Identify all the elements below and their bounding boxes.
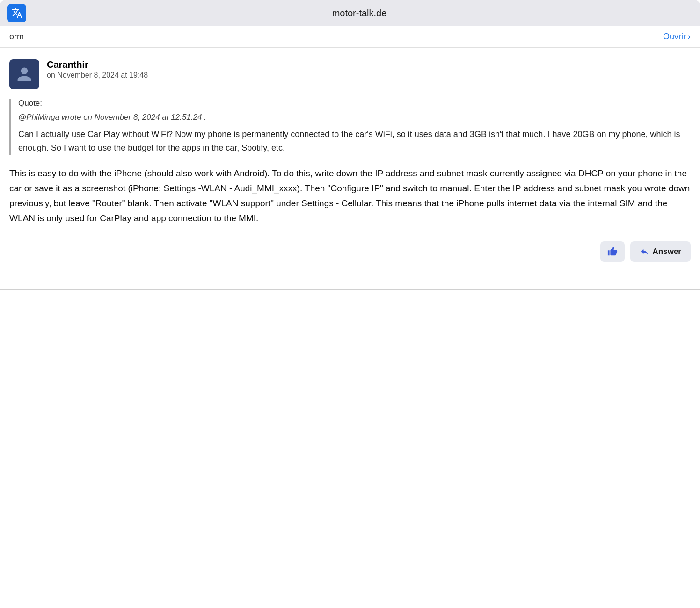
avatar: [9, 59, 39, 89]
post-author-info: Caranthir on November 8, 2024 at 19:48: [47, 59, 148, 80]
answer-button-label: Answer: [653, 247, 681, 256]
author-name: Caranthir: [47, 59, 148, 70]
post-date: on November 8, 2024 at 19:48: [47, 71, 148, 80]
sub-bar: orm Ouvrir ›: [0, 26, 700, 48]
like-button[interactable]: [600, 241, 625, 262]
quote-text: Can I actually use Car Play without WiFi…: [18, 128, 691, 155]
top-bar: motor-talk.de: [0, 0, 700, 26]
google-translate-icon: [7, 4, 26, 22]
quote-attribution: @PhiMinga wrote on November 8, 2024 at 1…: [18, 113, 691, 122]
chevron-right-icon: ›: [688, 32, 691, 42]
quote-block: Quote: @PhiMinga wrote on November 8, 20…: [9, 99, 691, 155]
answer-button[interactable]: Answer: [630, 241, 691, 262]
page-title: motor-talk.de: [26, 8, 693, 19]
post-container: Caranthir on November 8, 2024 at 19:48 Q…: [0, 48, 700, 276]
ouvrir-link[interactable]: Ouvrir ›: [663, 32, 691, 42]
bottom-divider: [0, 289, 700, 290]
post-header: Caranthir on November 8, 2024 at 19:48: [9, 59, 691, 89]
quote-label: Quote:: [18, 99, 691, 108]
ouvrir-label: Ouvrir: [663, 32, 686, 42]
sub-bar-text: orm: [9, 32, 24, 42]
post-actions: Answer: [9, 241, 691, 262]
post-body: This is easy to do with the iPhone (shou…: [9, 166, 691, 226]
